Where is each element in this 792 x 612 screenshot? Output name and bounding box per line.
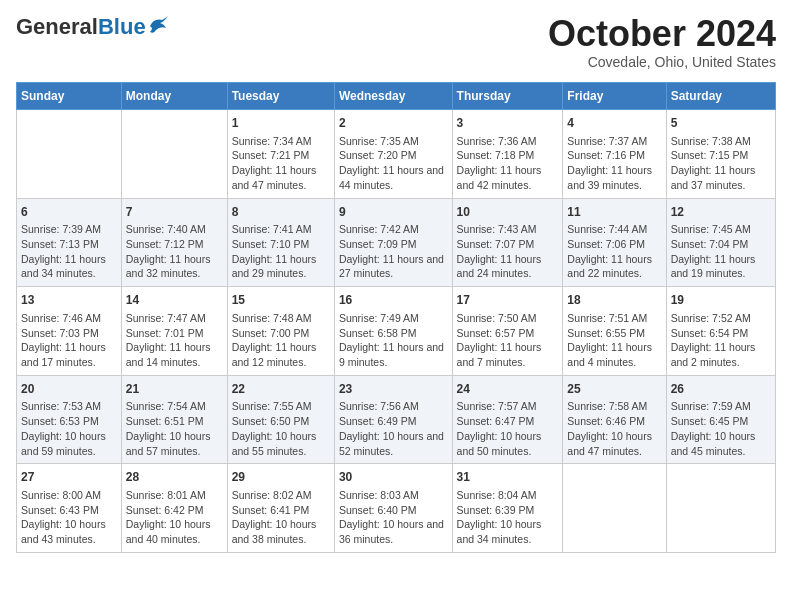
cell-w1-d4: 3 Sunrise: 7:36 AMSunset: 7:18 PMDayligh…	[452, 110, 563, 199]
cell-w3-d4: 17 Sunrise: 7:50 AMSunset: 6:57 PMDaylig…	[452, 287, 563, 376]
day-number: 14	[126, 292, 223, 309]
cell-w5-d6	[666, 464, 775, 553]
cell-w1-d2: 1 Sunrise: 7:34 AMSunset: 7:21 PMDayligh…	[227, 110, 334, 199]
day-number: 7	[126, 204, 223, 221]
day-number: 31	[457, 469, 559, 486]
cell-w5-d5	[563, 464, 666, 553]
logo-blue: Blue	[98, 14, 146, 39]
day-number: 6	[21, 204, 117, 221]
day-number: 11	[567, 204, 661, 221]
cell-w1-d5: 4 Sunrise: 7:37 AMSunset: 7:16 PMDayligh…	[563, 110, 666, 199]
day-number: 17	[457, 292, 559, 309]
cell-content: Sunrise: 7:56 AMSunset: 6:49 PMDaylight:…	[339, 399, 448, 458]
cell-content: Sunrise: 7:58 AMSunset: 6:46 PMDaylight:…	[567, 399, 661, 458]
cell-content: Sunrise: 7:57 AMSunset: 6:47 PMDaylight:…	[457, 399, 559, 458]
calendar-table: Sunday Monday Tuesday Wednesday Thursday…	[16, 82, 776, 553]
cell-w5-d4: 31 Sunrise: 8:04 AMSunset: 6:39 PMDaylig…	[452, 464, 563, 553]
week-row-2: 6 Sunrise: 7:39 AMSunset: 7:13 PMDayligh…	[17, 198, 776, 287]
cell-w2-d6: 12 Sunrise: 7:45 AMSunset: 7:04 PMDaylig…	[666, 198, 775, 287]
cell-w2-d4: 10 Sunrise: 7:43 AMSunset: 7:07 PMDaylig…	[452, 198, 563, 287]
page-header: GeneralBlue October 2024 Covedale, Ohio,…	[16, 16, 776, 70]
cell-w5-d3: 30 Sunrise: 8:03 AMSunset: 6:40 PMDaylig…	[334, 464, 452, 553]
cell-content: Sunrise: 7:53 AMSunset: 6:53 PMDaylight:…	[21, 399, 117, 458]
cell-w1-d1	[121, 110, 227, 199]
day-number: 18	[567, 292, 661, 309]
cell-w3-d0: 13 Sunrise: 7:46 AMSunset: 7:03 PMDaylig…	[17, 287, 122, 376]
cell-w1-d6: 5 Sunrise: 7:38 AMSunset: 7:15 PMDayligh…	[666, 110, 775, 199]
day-number: 5	[671, 115, 771, 132]
cell-content: Sunrise: 7:36 AMSunset: 7:18 PMDaylight:…	[457, 134, 559, 193]
cell-content: Sunrise: 8:04 AMSunset: 6:39 PMDaylight:…	[457, 488, 559, 547]
title-block: October 2024 Covedale, Ohio, United Stat…	[548, 16, 776, 70]
cell-content: Sunrise: 8:03 AMSunset: 6:40 PMDaylight:…	[339, 488, 448, 547]
cell-w3-d6: 19 Sunrise: 7:52 AMSunset: 6:54 PMDaylig…	[666, 287, 775, 376]
week-row-4: 20 Sunrise: 7:53 AMSunset: 6:53 PMDaylig…	[17, 375, 776, 464]
th-friday: Friday	[563, 83, 666, 110]
day-number: 25	[567, 381, 661, 398]
cell-w2-d5: 11 Sunrise: 7:44 AMSunset: 7:06 PMDaylig…	[563, 198, 666, 287]
day-number: 29	[232, 469, 330, 486]
cell-content: Sunrise: 8:02 AMSunset: 6:41 PMDaylight:…	[232, 488, 330, 547]
cell-w5-d0: 27 Sunrise: 8:00 AMSunset: 6:43 PMDaylig…	[17, 464, 122, 553]
cell-w1-d0	[17, 110, 122, 199]
cell-content: Sunrise: 7:59 AMSunset: 6:45 PMDaylight:…	[671, 399, 771, 458]
th-wednesday: Wednesday	[334, 83, 452, 110]
cell-w3-d2: 15 Sunrise: 7:48 AMSunset: 7:00 PMDaylig…	[227, 287, 334, 376]
day-number: 26	[671, 381, 771, 398]
calendar-header: Sunday Monday Tuesday Wednesday Thursday…	[17, 83, 776, 110]
cell-content: Sunrise: 7:34 AMSunset: 7:21 PMDaylight:…	[232, 134, 330, 193]
cell-w4-d4: 24 Sunrise: 7:57 AMSunset: 6:47 PMDaylig…	[452, 375, 563, 464]
day-number: 8	[232, 204, 330, 221]
cell-content: Sunrise: 7:50 AMSunset: 6:57 PMDaylight:…	[457, 311, 559, 370]
cell-content: Sunrise: 7:35 AMSunset: 7:20 PMDaylight:…	[339, 134, 448, 193]
cell-w5-d1: 28 Sunrise: 8:01 AMSunset: 6:42 PMDaylig…	[121, 464, 227, 553]
day-number: 4	[567, 115, 661, 132]
cell-content: Sunrise: 7:46 AMSunset: 7:03 PMDaylight:…	[21, 311, 117, 370]
day-number: 13	[21, 292, 117, 309]
cell-content: Sunrise: 8:00 AMSunset: 6:43 PMDaylight:…	[21, 488, 117, 547]
cell-content: Sunrise: 7:39 AMSunset: 7:13 PMDaylight:…	[21, 222, 117, 281]
th-monday: Monday	[121, 83, 227, 110]
cell-content: Sunrise: 7:43 AMSunset: 7:07 PMDaylight:…	[457, 222, 559, 281]
cell-content: Sunrise: 7:47 AMSunset: 7:01 PMDaylight:…	[126, 311, 223, 370]
cell-content: Sunrise: 7:37 AMSunset: 7:16 PMDaylight:…	[567, 134, 661, 193]
th-sunday: Sunday	[17, 83, 122, 110]
cell-content: Sunrise: 7:44 AMSunset: 7:06 PMDaylight:…	[567, 222, 661, 281]
day-number: 2	[339, 115, 448, 132]
day-number: 15	[232, 292, 330, 309]
cell-content: Sunrise: 7:52 AMSunset: 6:54 PMDaylight:…	[671, 311, 771, 370]
cell-w4-d2: 22 Sunrise: 7:55 AMSunset: 6:50 PMDaylig…	[227, 375, 334, 464]
day-number: 9	[339, 204, 448, 221]
location: Covedale, Ohio, United States	[548, 54, 776, 70]
day-number: 16	[339, 292, 448, 309]
cell-content: Sunrise: 7:49 AMSunset: 6:58 PMDaylight:…	[339, 311, 448, 370]
th-tuesday: Tuesday	[227, 83, 334, 110]
day-number: 12	[671, 204, 771, 221]
week-row-3: 13 Sunrise: 7:46 AMSunset: 7:03 PMDaylig…	[17, 287, 776, 376]
week-row-1: 1 Sunrise: 7:34 AMSunset: 7:21 PMDayligh…	[17, 110, 776, 199]
week-row-5: 27 Sunrise: 8:00 AMSunset: 6:43 PMDaylig…	[17, 464, 776, 553]
cell-content: Sunrise: 7:51 AMSunset: 6:55 PMDaylight:…	[567, 311, 661, 370]
day-number: 27	[21, 469, 117, 486]
cell-w4-d1: 21 Sunrise: 7:54 AMSunset: 6:51 PMDaylig…	[121, 375, 227, 464]
logo: GeneralBlue	[16, 16, 170, 38]
cell-content: Sunrise: 7:40 AMSunset: 7:12 PMDaylight:…	[126, 222, 223, 281]
cell-w3-d3: 16 Sunrise: 7:49 AMSunset: 6:58 PMDaylig…	[334, 287, 452, 376]
day-number: 3	[457, 115, 559, 132]
cell-content: Sunrise: 7:55 AMSunset: 6:50 PMDaylight:…	[232, 399, 330, 458]
day-number: 19	[671, 292, 771, 309]
cell-content: Sunrise: 7:45 AMSunset: 7:04 PMDaylight:…	[671, 222, 771, 281]
cell-content: Sunrise: 7:38 AMSunset: 7:15 PMDaylight:…	[671, 134, 771, 193]
day-number: 28	[126, 469, 223, 486]
cell-content: Sunrise: 7:54 AMSunset: 6:51 PMDaylight:…	[126, 399, 223, 458]
th-saturday: Saturday	[666, 83, 775, 110]
cell-w2-d1: 7 Sunrise: 7:40 AMSunset: 7:12 PMDayligh…	[121, 198, 227, 287]
day-number: 20	[21, 381, 117, 398]
day-number: 24	[457, 381, 559, 398]
day-number: 21	[126, 381, 223, 398]
cell-w2-d0: 6 Sunrise: 7:39 AMSunset: 7:13 PMDayligh…	[17, 198, 122, 287]
month-title: October 2024	[548, 16, 776, 52]
cell-w3-d5: 18 Sunrise: 7:51 AMSunset: 6:55 PMDaylig…	[563, 287, 666, 376]
day-number: 22	[232, 381, 330, 398]
cell-w4-d0: 20 Sunrise: 7:53 AMSunset: 6:53 PMDaylig…	[17, 375, 122, 464]
